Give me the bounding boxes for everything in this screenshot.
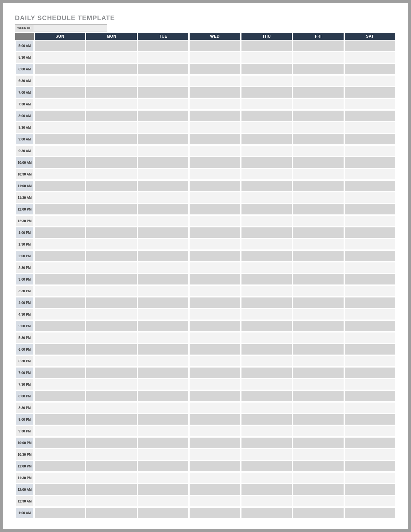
schedule-cell[interactable] xyxy=(86,168,137,180)
schedule-cell[interactable] xyxy=(34,133,86,145)
schedule-cell[interactable] xyxy=(34,460,86,472)
schedule-cell[interactable] xyxy=(34,472,86,484)
schedule-cell[interactable] xyxy=(34,110,86,122)
schedule-cell[interactable] xyxy=(34,98,86,110)
schedule-cell[interactable] xyxy=(137,40,189,52)
schedule-cell[interactable] xyxy=(86,449,137,460)
schedule-cell[interactable] xyxy=(344,75,396,87)
schedule-cell[interactable] xyxy=(189,98,241,110)
schedule-cell[interactable] xyxy=(344,484,396,495)
schedule-cell[interactable] xyxy=(86,390,137,402)
schedule-cell[interactable] xyxy=(241,75,292,87)
schedule-cell[interactable] xyxy=(292,203,344,215)
schedule-cell[interactable] xyxy=(344,133,396,145)
schedule-cell[interactable] xyxy=(292,63,344,75)
schedule-cell[interactable] xyxy=(344,495,396,507)
schedule-cell[interactable] xyxy=(292,168,344,180)
schedule-cell[interactable] xyxy=(189,507,241,519)
schedule-cell[interactable] xyxy=(241,133,292,145)
schedule-cell[interactable] xyxy=(86,98,137,110)
schedule-cell[interactable] xyxy=(137,355,189,367)
schedule-cell[interactable] xyxy=(241,157,292,168)
schedule-cell[interactable] xyxy=(241,40,292,52)
schedule-cell[interactable] xyxy=(189,425,241,437)
schedule-cell[interactable] xyxy=(292,344,344,355)
schedule-cell[interactable] xyxy=(241,273,292,285)
schedule-cell[interactable] xyxy=(137,320,189,332)
schedule-cell[interactable] xyxy=(86,285,137,297)
schedule-cell[interactable] xyxy=(34,63,86,75)
schedule-cell[interactable] xyxy=(189,87,241,98)
schedule-cell[interactable] xyxy=(137,273,189,285)
schedule-cell[interactable] xyxy=(344,390,396,402)
schedule-cell[interactable] xyxy=(292,98,344,110)
schedule-cell[interactable] xyxy=(189,344,241,355)
schedule-cell[interactable] xyxy=(189,157,241,168)
schedule-cell[interactable] xyxy=(86,297,137,308)
schedule-cell[interactable] xyxy=(344,285,396,297)
schedule-cell[interactable] xyxy=(189,168,241,180)
schedule-cell[interactable] xyxy=(34,355,86,367)
schedule-cell[interactable] xyxy=(292,227,344,238)
schedule-cell[interactable] xyxy=(137,414,189,425)
schedule-cell[interactable] xyxy=(34,507,86,519)
schedule-cell[interactable] xyxy=(241,402,292,414)
schedule-cell[interactable] xyxy=(34,75,86,87)
schedule-cell[interactable] xyxy=(137,449,189,460)
schedule-cell[interactable] xyxy=(137,145,189,157)
schedule-cell[interactable] xyxy=(86,437,137,449)
schedule-cell[interactable] xyxy=(241,262,292,273)
schedule-cell[interactable] xyxy=(241,98,292,110)
schedule-cell[interactable] xyxy=(189,133,241,145)
schedule-cell[interactable] xyxy=(34,238,86,250)
schedule-cell[interactable] xyxy=(241,390,292,402)
schedule-cell[interactable] xyxy=(86,192,137,203)
schedule-cell[interactable] xyxy=(241,379,292,390)
schedule-cell[interactable] xyxy=(34,437,86,449)
schedule-cell[interactable] xyxy=(137,192,189,203)
schedule-cell[interactable] xyxy=(344,238,396,250)
schedule-cell[interactable] xyxy=(292,285,344,297)
schedule-cell[interactable] xyxy=(86,262,137,273)
schedule-cell[interactable] xyxy=(137,203,189,215)
schedule-cell[interactable] xyxy=(344,414,396,425)
schedule-cell[interactable] xyxy=(86,320,137,332)
schedule-cell[interactable] xyxy=(292,472,344,484)
schedule-cell[interactable] xyxy=(189,390,241,402)
schedule-cell[interactable] xyxy=(137,168,189,180)
schedule-cell[interactable] xyxy=(189,402,241,414)
schedule-cell[interactable] xyxy=(34,390,86,402)
schedule-cell[interactable] xyxy=(344,262,396,273)
schedule-cell[interactable] xyxy=(137,75,189,87)
schedule-cell[interactable] xyxy=(34,285,86,297)
schedule-cell[interactable] xyxy=(292,379,344,390)
schedule-cell[interactable] xyxy=(137,98,189,110)
schedule-cell[interactable] xyxy=(189,379,241,390)
schedule-cell[interactable] xyxy=(86,367,137,379)
schedule-cell[interactable] xyxy=(241,145,292,157)
schedule-cell[interactable] xyxy=(34,157,86,168)
schedule-cell[interactable] xyxy=(189,238,241,250)
schedule-cell[interactable] xyxy=(34,484,86,495)
schedule-cell[interactable] xyxy=(86,308,137,320)
schedule-cell[interactable] xyxy=(34,308,86,320)
schedule-cell[interactable] xyxy=(292,40,344,52)
schedule-cell[interactable] xyxy=(292,390,344,402)
schedule-cell[interactable] xyxy=(344,227,396,238)
schedule-cell[interactable] xyxy=(137,437,189,449)
schedule-cell[interactable] xyxy=(86,414,137,425)
schedule-cell[interactable] xyxy=(137,285,189,297)
schedule-cell[interactable] xyxy=(86,227,137,238)
schedule-cell[interactable] xyxy=(34,425,86,437)
schedule-cell[interactable] xyxy=(292,507,344,519)
schedule-cell[interactable] xyxy=(344,87,396,98)
schedule-cell[interactable] xyxy=(86,40,137,52)
schedule-cell[interactable] xyxy=(137,250,189,262)
schedule-cell[interactable] xyxy=(34,122,86,133)
schedule-cell[interactable] xyxy=(344,437,396,449)
schedule-cell[interactable] xyxy=(292,402,344,414)
schedule-cell[interactable] xyxy=(292,355,344,367)
schedule-cell[interactable] xyxy=(86,379,137,390)
schedule-cell[interactable] xyxy=(137,297,189,308)
schedule-cell[interactable] xyxy=(292,122,344,133)
